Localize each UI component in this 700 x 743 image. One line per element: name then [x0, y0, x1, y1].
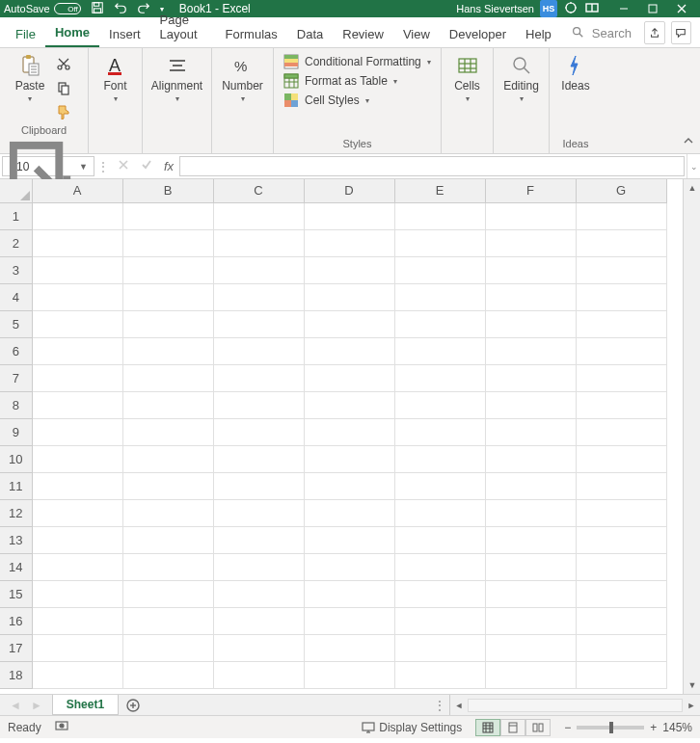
minimize-button[interactable] [609, 0, 638, 17]
ideas-button[interactable]: Ideas [555, 52, 596, 94]
cell[interactable] [394, 472, 485, 499]
cell[interactable] [122, 283, 213, 310]
horizontal-scrollbar[interactable]: ◄ ► [449, 695, 700, 715]
cell[interactable] [394, 607, 485, 634]
cell[interactable] [32, 472, 122, 499]
row-header[interactable]: 17 [0, 634, 32, 661]
cell[interactable] [304, 445, 394, 472]
cell[interactable] [394, 283, 485, 310]
row-header[interactable]: 11 [0, 472, 32, 499]
cell[interactable] [32, 499, 122, 526]
cell[interactable] [485, 526, 576, 553]
format-as-table-button[interactable]: Format as Table ▾ [283, 73, 431, 89]
cell[interactable] [122, 526, 213, 553]
cell[interactable] [213, 526, 304, 553]
cell[interactable] [213, 418, 304, 445]
cell[interactable] [576, 553, 666, 580]
cell[interactable] [213, 202, 304, 229]
cell[interactable] [213, 391, 304, 418]
row-header[interactable]: 2 [0, 229, 32, 256]
cell[interactable] [304, 256, 394, 283]
cell[interactable] [576, 472, 666, 499]
row-header[interactable]: 14 [0, 553, 32, 580]
cell[interactable] [304, 310, 394, 337]
cell[interactable] [213, 364, 304, 391]
cell-grid[interactable]: ABCDEFG123456789101112131415161718 [0, 179, 683, 694]
cell[interactable] [394, 337, 485, 364]
cell[interactable] [485, 391, 576, 418]
page-layout-view-button[interactable] [500, 719, 525, 736]
collapse-ribbon-icon[interactable] [683, 135, 694, 149]
display-settings-button[interactable]: Display Settings [362, 721, 462, 734]
tab-insert[interactable]: Insert [99, 21, 150, 47]
column-header[interactable]: B [122, 179, 213, 202]
normal-view-button[interactable] [475, 719, 500, 736]
cell[interactable] [304, 607, 394, 634]
cut-icon[interactable] [56, 56, 71, 74]
cell[interactable] [32, 337, 122, 364]
alignment-dropdown[interactable]: Alignment ▾ [153, 52, 202, 105]
cell[interactable] [32, 607, 122, 634]
sheet-options-icon[interactable]: ⋮ [430, 695, 449, 715]
cell[interactable] [213, 337, 304, 364]
cell[interactable] [32, 391, 122, 418]
macro-record-icon[interactable] [55, 719, 68, 735]
cell[interactable] [32, 526, 122, 553]
cell[interactable] [213, 499, 304, 526]
new-sheet-button[interactable] [119, 695, 148, 715]
cell[interactable] [122, 607, 213, 634]
save-icon[interactable] [91, 1, 104, 16]
cell[interactable] [485, 364, 576, 391]
column-header[interactable]: D [304, 179, 394, 202]
cell[interactable] [394, 634, 485, 661]
tab-review[interactable]: Review [333, 21, 393, 47]
cell[interactable] [485, 607, 576, 634]
tab-formulas[interactable]: Formulas [216, 21, 287, 47]
font-dropdown[interactable]: A Font ▾ [94, 52, 136, 105]
cell[interactable] [32, 661, 122, 688]
row-header[interactable]: 8 [0, 391, 32, 418]
page-break-view-button[interactable] [525, 719, 551, 736]
cell[interactable] [32, 634, 122, 661]
cell[interactable] [576, 418, 666, 445]
scroll-down-icon[interactable]: ▼ [684, 677, 700, 694]
tab-developer[interactable]: Developer [440, 21, 516, 47]
scroll-left-icon[interactable]: ◄ [450, 697, 468, 714]
cell[interactable] [32, 580, 122, 607]
cell[interactable] [122, 310, 213, 337]
row-header[interactable]: 6 [0, 337, 32, 364]
next-sheet-icon[interactable]: ► [31, 699, 42, 712]
cell[interactable] [576, 580, 666, 607]
user-avatar[interactable]: HS [540, 0, 557, 17]
zoom-in-icon[interactable]: + [650, 721, 657, 734]
cell[interactable] [485, 283, 576, 310]
cell[interactable] [394, 445, 485, 472]
cell[interactable] [32, 553, 122, 580]
comments-button[interactable] [671, 21, 691, 44]
cell[interactable] [576, 256, 666, 283]
tab-view[interactable]: View [393, 21, 440, 47]
cell[interactable] [394, 256, 485, 283]
ribbon-options-icon[interactable] [584, 0, 600, 17]
row-header[interactable]: 12 [0, 499, 32, 526]
cell[interactable] [213, 229, 304, 256]
cell[interactable] [576, 202, 666, 229]
cell[interactable] [576, 634, 666, 661]
cell[interactable] [122, 418, 213, 445]
cells-dropdown[interactable]: Cells ▾ [447, 52, 487, 105]
column-header[interactable]: G [576, 179, 666, 202]
row-header[interactable]: 10 [0, 445, 32, 472]
scroll-up-icon[interactable]: ▲ [684, 179, 700, 197]
cell[interactable] [304, 418, 394, 445]
row-header[interactable]: 4 [0, 283, 32, 310]
cell[interactable] [304, 499, 394, 526]
tab-help[interactable]: Help [516, 21, 561, 47]
column-header[interactable]: A [32, 179, 122, 202]
cell[interactable] [394, 391, 485, 418]
cell[interactable] [213, 472, 304, 499]
cell[interactable] [122, 337, 213, 364]
row-header[interactable]: 5 [0, 310, 32, 337]
formula-input[interactable] [179, 156, 685, 176]
vertical-scrollbar[interactable]: ▲ ▼ [683, 179, 700, 694]
cell[interactable] [122, 202, 213, 229]
